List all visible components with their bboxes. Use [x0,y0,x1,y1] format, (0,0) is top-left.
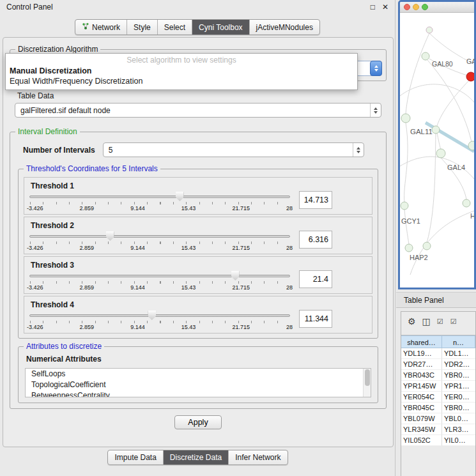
table-row[interactable]: YBR043CYBR0… [401,370,475,381]
close-window-icon[interactable]: ✕ [382,3,388,12]
number-of-intervals-value: 5 [109,146,113,155]
network-view-window[interactable]: GAL80 GA GAL11 GAL4 GCY1 H HAP2 [398,0,476,289]
tab-discretize-data[interactable]: Discretize Data [163,450,228,464]
table-cell[interactable]: YER0… [442,392,475,403]
table-cell[interactable]: YBL079W [401,413,442,424]
float-window-icon[interactable]: □ [371,3,375,12]
selected-node-red[interactable] [466,72,474,81]
select-none-checkbox-icon[interactable]: ☑ [450,318,457,326]
select-all-checkbox-icon[interactable]: ☑ [437,318,444,326]
threshold-3-value-input[interactable] [299,270,332,288]
network-node[interactable] [405,244,413,252]
table-cell[interactable]: YDL1… [442,348,475,359]
threshold-1-value-input[interactable] [299,191,332,209]
threshold-3-slider[interactable]: -3.4262.8599.14415.4321.71528 [29,270,290,292]
network-node[interactable] [426,27,433,33]
table-cell[interactable]: YER054C [401,392,442,403]
scrollbar-thumb[interactable] [365,369,370,386]
scale-label: 2.859 [80,284,95,291]
tab-cyni-label: Cyni Toolbox [199,23,242,32]
table-cell[interactable]: YBR0… [442,403,475,413]
table-row[interactable]: YDR27…YDR2… [401,359,475,370]
dropdown-option-equal-width-frequency[interactable]: Equal Width/Frequency Discretization [6,76,357,86]
threshold-2-slider[interactable]: -3.4262.8599.14415.4321.71528 [29,231,290,252]
network-node[interactable] [432,126,440,134]
table-cell[interactable]: YDR2… [442,359,475,370]
slider-thumb[interactable] [176,192,184,201]
network-node[interactable] [401,114,410,123]
list-item[interactable]: TopologicalCoefficient [26,380,371,390]
columns-icon[interactable]: ◫ [422,316,431,326]
threshold-1-slider[interactable]: -3.4262.8599.14415.4321.71528 [29,191,290,213]
table-cell[interactable]: YLR345W [401,424,442,435]
tab-select[interactable]: Select [157,20,192,35]
combobox-stepper-icon[interactable] [370,61,382,76]
zoom-traffic-light-icon[interactable] [422,4,428,10]
network-node[interactable] [422,52,429,60]
minimize-traffic-light-icon[interactable] [413,4,419,10]
node-label: H [470,212,474,220]
tab-infer-network[interactable]: Infer Network [228,450,287,464]
slider-thumb[interactable] [148,311,156,320]
scale-label: 21.715 [232,324,250,330]
threshold-4-value-input[interactable] [299,310,332,328]
table-cell[interactable]: YDR27… [401,359,442,370]
column-header-name[interactable]: n… [442,335,475,348]
table-panel-header[interactable]: Table Panel [396,292,476,308]
combobox-stepper-icon[interactable] [353,143,364,157]
table-header-row: shared… n… [401,335,475,348]
list-scrollbar[interactable] [363,369,371,397]
table-cell[interactable]: YBL0… [442,413,475,424]
table-cell[interactable]: YPR1… [442,381,475,392]
control-panel-window: Control Panel □ ✕ Network Style Select C… [0,0,395,476]
column-header-shared-name[interactable]: shared… [401,335,442,348]
scale-label: 21.715 [232,284,250,291]
table-cell[interactable]: YLR3… [442,424,475,435]
slider-ticks [30,202,290,204]
table-row[interactable]: YDL19…YDL1… [401,348,475,359]
threshold-4-slider[interactable]: -3.4262.8599.14415.4321.71528 [29,310,290,332]
table-row[interactable]: YBR045CYBR0… [401,403,475,413]
list-item[interactable]: BetweennessCentrality [26,390,371,397]
tab-jactivemodules[interactable]: jActiveMNodules [249,20,319,35]
network-canvas[interactable]: GAL80 GA GAL11 GAL4 GCY1 H HAP2 [400,13,474,288]
control-panel-tabbar: Network Style Select Cyni Toolbox jActiv… [75,19,320,35]
table-cell[interactable]: YIL052C [401,435,442,446]
apply-button[interactable]: Apply [174,415,221,429]
scale-label: 15.43 [181,284,196,291]
slider-thumb[interactable] [106,231,114,241]
dropdown-option-manual-discretization[interactable]: Manual Discretization [6,66,357,76]
table-data-combobox[interactable]: galFiltered.sif default node [15,103,381,118]
close-traffic-light-icon[interactable] [404,4,410,10]
network-node[interactable] [401,202,408,210]
slider-thumb[interactable] [231,271,240,280]
scale-label: 28 [286,324,293,330]
table-row[interactable]: YLR345WYLR3… [401,424,475,435]
table-cell[interactable]: YBR045C [401,403,442,413]
network-node[interactable] [436,149,445,158]
table-cell[interactable]: YIL0… [442,435,475,446]
number-of-intervals-label: Number of Intervals [23,146,95,155]
table-cell[interactable]: YBR0… [442,370,475,381]
network-node[interactable] [423,242,431,250]
table-cell[interactable]: YDL19… [401,348,442,359]
table-row[interactable]: YPR145WYPR1… [401,381,475,392]
threshold-2-value-input[interactable] [299,231,332,249]
table-row[interactable]: YIL052CYIL0… [401,435,475,446]
tab-style[interactable]: Style [127,20,157,35]
network-node[interactable] [463,199,470,207]
number-of-intervals-combobox[interactable]: 5 [103,142,364,157]
tab-cyni-toolbox[interactable]: Cyni Toolbox [192,20,249,35]
slider-scale: -3.4262.8599.14415.4321.71528 [27,284,293,291]
slider-ticks [30,321,290,323]
gear-icon[interactable]: ⚙ [408,316,416,326]
table-row[interactable]: YBL079WYBL0… [401,413,475,424]
list-item[interactable]: SelfLoops [26,369,371,380]
network-node[interactable] [468,141,474,150]
tab-network[interactable]: Network [75,20,127,35]
table-cell[interactable]: YPR145W [401,381,442,392]
table-cell[interactable]: YBR043C [401,370,442,381]
table-row[interactable]: YER054CYER0… [401,392,475,403]
combobox-stepper-icon[interactable] [370,104,381,117]
tab-impute-data[interactable]: Impute Data [108,450,162,464]
